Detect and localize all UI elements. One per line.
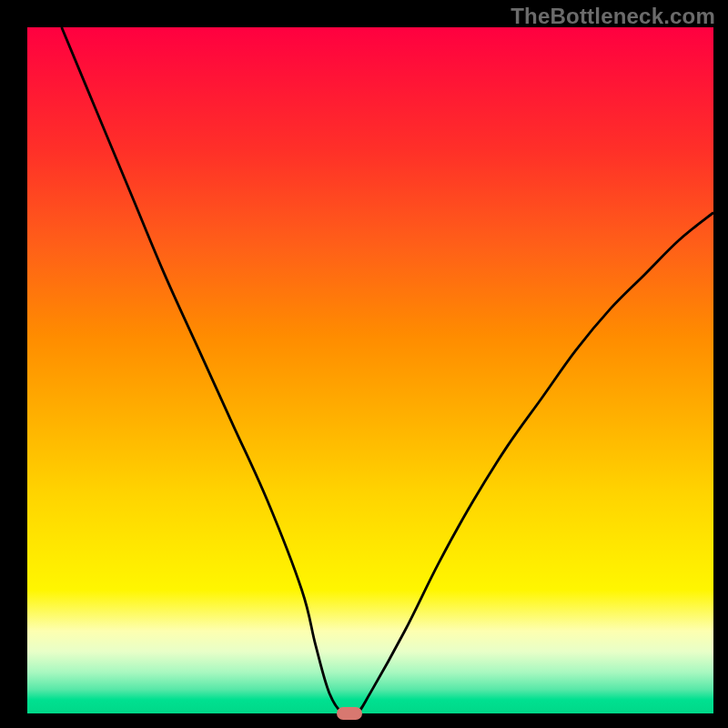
watermark-text: TheBottleneck.com [511, 4, 715, 29]
optimal-point-marker [337, 707, 362, 720]
curve-line [62, 27, 713, 713]
chart-container: TheBottleneck.com [0, 0, 728, 728]
bottleneck-curve [27, 27, 713, 713]
plot-area [27, 27, 713, 713]
